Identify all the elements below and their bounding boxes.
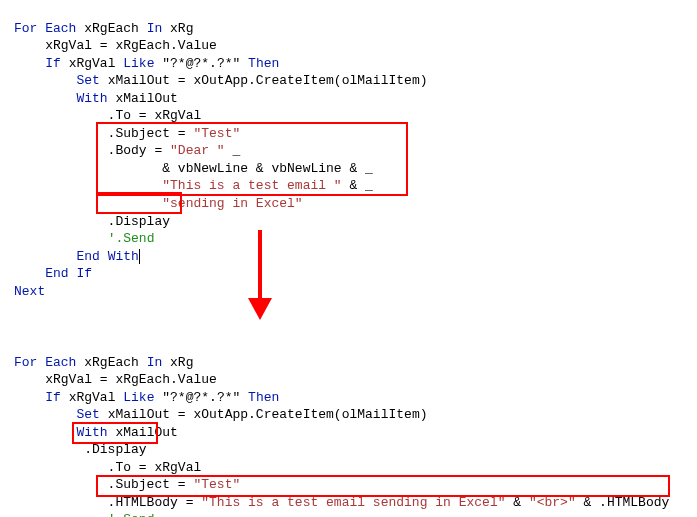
highlight-body-block: [96, 122, 408, 196]
code-text: For Each: [14, 21, 76, 36]
highlight-display-bottom: [72, 422, 158, 444]
highlight-htmlbody: [96, 475, 670, 497]
arrow-down-icon: [248, 230, 272, 320]
highlight-display-top: [96, 192, 182, 214]
